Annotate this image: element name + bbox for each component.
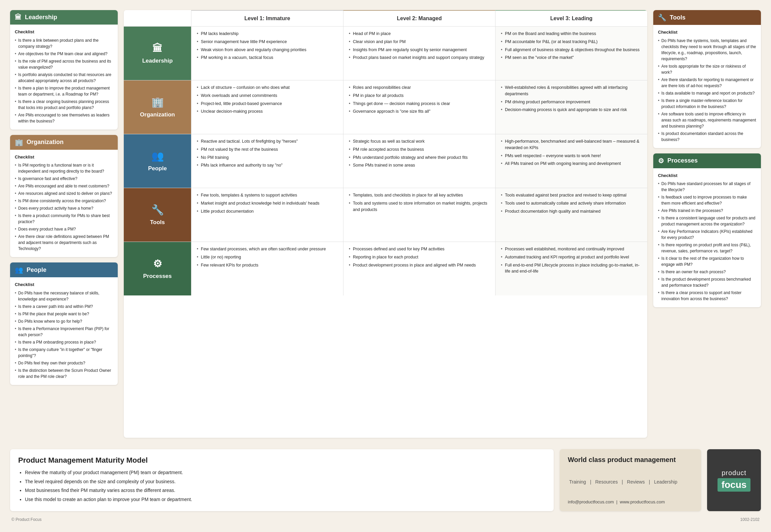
list-item: Is the distinction between the Scrum Pro… <box>15 367 113 380</box>
list-item: Are there clear role definitions agreed … <box>15 234 113 252</box>
list-item: Well-established roles & responsibilitie… <box>501 84 642 97</box>
list-item: Market insight and product knowledge hel… <box>197 200 338 207</box>
sidebar-card-leadership: 🏛 Leadership Checklist Is there a link b… <box>10 10 118 130</box>
processes-card-body: Checklist Do PMs have standard processes… <box>653 168 761 308</box>
leadership-l2-list: Head of PM in place Clear vision and pla… <box>349 31 490 61</box>
people-row-label: 👥 People <box>124 134 191 188</box>
list-item: Things get done — decision making proces… <box>349 101 490 107</box>
link-reviews[interactable]: Reviews <box>627 479 645 485</box>
tools-checklist: Do PMs have the systems, tools, template… <box>658 38 756 143</box>
leadership-row-icon: 🏛 <box>152 43 162 54</box>
organization-row-title: Organization <box>140 111 175 118</box>
bottom-card-main: Product Management Maturity Model Review… <box>10 449 554 511</box>
list-item: Review the maturity of your product mana… <box>25 469 546 476</box>
sidebar-card-tools: 🔧 Tools Checklist Do PMs have the system… <box>653 10 761 148</box>
list-item: Strategic focus as well as tactical work <box>349 138 490 145</box>
level3-header: Level 3: Leading <box>495 10 647 26</box>
list-item: PM role accepted across the business <box>349 146 490 153</box>
organization-row-icon: 🏢 <box>151 96 164 108</box>
tools-card-title: Tools <box>670 14 686 21</box>
organization-icon: 🏢 <box>15 138 23 146</box>
list-item: Is PM reporting to a functional team or … <box>15 162 113 174</box>
level-header-row: Level 1: Immature Level 2: Managed Level… <box>124 10 647 26</box>
list-item: Do PMs feel they own their products? <box>15 360 113 366</box>
organization-card-body: Checklist Is PM reporting to a functiona… <box>10 150 118 257</box>
people-l1-cell: Reactive and tactical. Lots of firefight… <box>191 134 343 188</box>
processes-l3-cell: Processes well established, monitored an… <box>495 242 647 295</box>
people-checklist-title: Checklist <box>15 281 113 288</box>
people-row-icon: 👥 <box>151 150 164 162</box>
sidebar-card-processes: ⚙ Processes Checklist Do PMs have standa… <box>653 153 761 308</box>
list-item: Is portfolio analysis conducted so that … <box>15 72 113 84</box>
logo-text-top: product <box>722 469 746 477</box>
list-item: Product plans based on market insights a… <box>349 55 490 61</box>
list-item: PMs understand portfolio strategy and wh… <box>349 154 490 161</box>
list-item: Automated tracking and KPI reporting at … <box>501 254 642 260</box>
contact-email: info@productfocus.com <box>568 499 614 504</box>
list-item: Some PMs trained in some areas <box>349 162 490 169</box>
list-item: Are resources aligned and sized to deliv… <box>15 190 113 197</box>
matrix-row-processes: ⚙ Processes Few standard processes, whic… <box>124 242 647 295</box>
people-icon: 👥 <box>15 266 23 274</box>
bottom-right-title: World class product management <box>568 456 693 464</box>
organization-checklist-title: Checklist <box>15 154 113 161</box>
organization-row-label: 🏢 Organization <box>124 80 191 134</box>
processes-checklist-title: Checklist <box>658 172 756 179</box>
processes-l1-list: Few standard processes, which are often … <box>197 246 338 268</box>
list-item: Use this model to create an action plan … <box>25 496 546 503</box>
footer-right: 1002-2102 <box>740 517 760 522</box>
people-l3-cell: High-performance, benchmarked and well-b… <box>495 134 647 188</box>
tools-row-label: 🔧 Tools <box>124 188 191 242</box>
bottom-contact: info@productfocus.com | www.productfocus… <box>568 499 693 504</box>
organization-l3-list: Well-established roles & responsibilitie… <box>501 84 642 113</box>
list-item: Unclear decision-making process <box>197 108 338 115</box>
leadership-l3-list: PM on the Board and leading within the b… <box>501 31 642 61</box>
tools-card-body: Checklist Do PMs have the systems, tools… <box>653 25 761 148</box>
list-item: Tools evaluated against best practice an… <box>501 192 642 199</box>
list-item: Clear vision and plan for PM <box>349 39 490 45</box>
list-item: Senior management have little PM experie… <box>197 39 338 45</box>
list-item: Is there an owner for each process? <box>658 269 756 275</box>
bottom-row: Product Management Maturity Model Review… <box>10 449 761 511</box>
list-item: Full alignment of business strategy & ob… <box>501 47 642 53</box>
link-training[interactable]: Training <box>569 479 586 485</box>
tools-card-header: 🔧 Tools <box>653 10 761 25</box>
list-item: Do PMs have standard processes for all s… <box>658 181 756 193</box>
list-item: PMs well respected – everyone wants to w… <box>501 153 642 159</box>
list-item: Is PM done consistently across the organ… <box>15 198 113 204</box>
link-separator: | <box>590 479 593 485</box>
list-item: Is there a clear process to support and … <box>658 290 756 302</box>
processes-l2-cell: Processes defined and used for key PM ac… <box>343 242 495 295</box>
list-item: Insights from PM are regularly sought by… <box>349 47 490 53</box>
list-item: Is the role of PM agreed across the busi… <box>15 58 113 70</box>
link-leadership[interactable]: Leadership <box>654 479 677 485</box>
tools-sidebar-icon: 🔧 <box>658 13 666 22</box>
list-item: PM not valued by the rest of the busines… <box>197 146 338 153</box>
processes-l2-list: Processes defined and used for key PM ac… <box>349 246 490 268</box>
list-item: Is there a link between product plans an… <box>15 37 113 49</box>
list-item: High-performance, benchmarked and well-b… <box>501 138 642 151</box>
list-item: Is there a consistent language used for … <box>658 215 756 227</box>
link-resources[interactable]: Resources <box>595 479 618 485</box>
left-sidebar: 🏛 Leadership Checklist Is there a link b… <box>10 10 118 438</box>
matrix-row-leadership: 🏛 Leadership PM lacks leadership Senior … <box>124 26 647 80</box>
list-item: All PMs trained on PM with ongoing learn… <box>501 161 642 167</box>
link-separator: | <box>649 479 652 485</box>
list-item: Product documentation high quality and m… <box>501 208 642 215</box>
list-item: Processes well established, monitored an… <box>501 246 642 252</box>
footer: © Product Focus 1002-2102 <box>10 517 761 522</box>
matrix-row-organization: 🏢 Organization Lack of structure – confu… <box>124 80 647 134</box>
list-item: Is it clear to the rest of the organizat… <box>658 255 756 268</box>
list-item: PM driving product performance improveme… <box>501 99 642 105</box>
processes-checklist: Do PMs have standard processes for all s… <box>658 181 756 302</box>
matrix-row-people: 👥 People Reactive and tactical. Lots of … <box>124 134 647 188</box>
list-item: Tools and systems used to store informat… <box>349 200 490 213</box>
list-item: Is there a PM onboarding process in plac… <box>15 339 113 345</box>
organization-l1-list: Lack of structure – confusion on who doe… <box>197 84 338 115</box>
tools-l1-cell: Few tools, templates & systems to suppor… <box>191 188 343 242</box>
list-item: Reporting in place for each product <box>349 254 490 260</box>
leadership-card-header: 🏛 Leadership <box>10 10 118 25</box>
list-item: PM on the Board and leading within the b… <box>501 31 642 37</box>
leadership-l2-cell: Head of PM in place Clear vision and pla… <box>343 27 495 80</box>
leadership-l1-list: PM lacks leadership Senior management ha… <box>197 31 338 61</box>
